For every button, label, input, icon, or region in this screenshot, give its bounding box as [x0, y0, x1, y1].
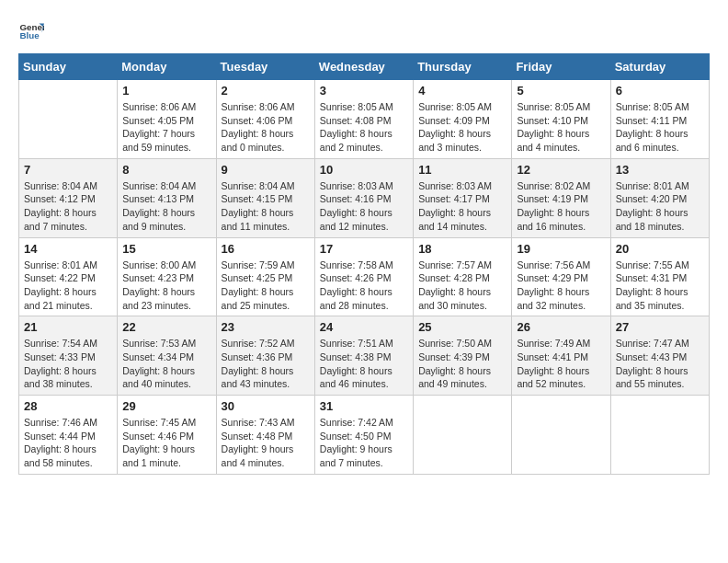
calendar-cell: 15Sunrise: 8:00 AM Sunset: 4:23 PM Dayli…	[118, 237, 216, 316]
calendar-week-row: 28Sunrise: 7:46 AM Sunset: 4:44 PM Dayli…	[19, 396, 710, 475]
day-info: Sunrise: 7:46 AM Sunset: 4:44 PM Dayligh…	[24, 416, 112, 470]
day-number: 12	[517, 163, 605, 177]
calendar-cell: 8Sunrise: 8:04 AM Sunset: 4:13 PM Daylig…	[118, 158, 216, 237]
day-info: Sunrise: 8:02 AM Sunset: 4:19 PM Dayligh…	[517, 179, 605, 234]
calendar-cell: 29Sunrise: 7:45 AM Sunset: 4:46 PM Dayli…	[118, 396, 216, 475]
day-of-week-header: Tuesday	[216, 54, 314, 80]
calendar-cell: 23Sunrise: 7:52 AM Sunset: 4:36 PM Dayli…	[216, 316, 314, 396]
day-info: Sunrise: 8:00 AM Sunset: 4:23 PM Dayligh…	[122, 259, 210, 313]
calendar-cell: 28Sunrise: 7:46 AM Sunset: 4:44 PM Dayli…	[19, 396, 118, 475]
day-number: 1	[122, 84, 210, 98]
day-info: Sunrise: 7:59 AM Sunset: 4:25 PM Dayligh…	[222, 259, 310, 313]
day-info: Sunrise: 8:05 AM Sunset: 4:10 PM Dayligh…	[517, 100, 605, 155]
day-info: Sunrise: 8:05 AM Sunset: 4:11 PM Dayligh…	[616, 100, 704, 155]
svg-text:Blue: Blue	[19, 30, 40, 40]
day-info: Sunrise: 7:50 AM Sunset: 4:39 PM Dayligh…	[418, 337, 506, 391]
day-of-week-header: Sunday	[19, 54, 118, 80]
day-info: Sunrise: 8:05 AM Sunset: 4:09 PM Dayligh…	[418, 100, 506, 155]
day-info: Sunrise: 7:47 AM Sunset: 4:43 PM Dayligh…	[616, 337, 704, 391]
day-number: 18	[418, 242, 506, 256]
day-number: 24	[320, 320, 408, 334]
calendar-cell: 14Sunrise: 8:01 AM Sunset: 4:22 PM Dayli…	[19, 237, 118, 316]
day-info: Sunrise: 7:51 AM Sunset: 4:38 PM Dayligh…	[320, 337, 408, 391]
day-number: 10	[320, 163, 408, 177]
day-of-week-header: Wednesday	[314, 54, 413, 80]
calendar-cell: 3Sunrise: 8:05 AM Sunset: 4:08 PM Daylig…	[314, 80, 413, 159]
day-info: Sunrise: 8:04 AM Sunset: 4:15 PM Dayligh…	[222, 179, 310, 234]
calendar-cell: 24Sunrise: 7:51 AM Sunset: 4:38 PM Dayli…	[314, 316, 413, 396]
calendar-header-row: SundayMondayTuesdayWednesdayThursdayFrid…	[19, 54, 710, 80]
day-number: 20	[616, 242, 704, 256]
day-info: Sunrise: 7:45 AM Sunset: 4:46 PM Dayligh…	[122, 416, 210, 470]
calendar-cell: 7Sunrise: 8:04 AM Sunset: 4:12 PM Daylig…	[19, 158, 118, 237]
day-of-week-header: Thursday	[414, 54, 512, 80]
day-info: Sunrise: 8:06 AM Sunset: 4:06 PM Dayligh…	[222, 100, 310, 155]
day-number: 6	[616, 84, 704, 98]
calendar-cell	[414, 396, 512, 475]
day-info: Sunrise: 7:58 AM Sunset: 4:26 PM Dayligh…	[320, 259, 408, 313]
day-info: Sunrise: 7:49 AM Sunset: 4:41 PM Dayligh…	[517, 337, 605, 391]
day-number: 26	[517, 320, 605, 334]
logo-icon: General Blue	[18, 18, 44, 44]
day-number: 3	[320, 84, 408, 98]
calendar-cell	[19, 80, 118, 159]
day-info: Sunrise: 7:57 AM Sunset: 4:28 PM Dayligh…	[418, 259, 506, 313]
calendar-week-row: 1Sunrise: 8:06 AM Sunset: 4:05 PM Daylig…	[19, 80, 710, 159]
calendar-cell: 18Sunrise: 7:57 AM Sunset: 4:28 PM Dayli…	[414, 237, 512, 316]
day-info: Sunrise: 7:55 AM Sunset: 4:31 PM Dayligh…	[616, 259, 704, 313]
calendar-cell: 13Sunrise: 8:01 AM Sunset: 4:20 PM Dayli…	[610, 158, 709, 237]
calendar-cell: 21Sunrise: 7:54 AM Sunset: 4:33 PM Dayli…	[19, 316, 118, 396]
day-number: 8	[122, 163, 210, 177]
day-number: 27	[616, 320, 704, 334]
day-number: 29	[122, 399, 210, 413]
page-header: General Blue	[18, 18, 710, 44]
calendar-cell: 22Sunrise: 7:53 AM Sunset: 4:34 PM Dayli…	[118, 316, 216, 396]
calendar-cell	[512, 396, 610, 475]
day-number: 7	[24, 163, 112, 177]
calendar-cell	[610, 396, 709, 475]
calendar-cell: 16Sunrise: 7:59 AM Sunset: 4:25 PM Dayli…	[216, 237, 314, 316]
calendar-cell: 5Sunrise: 8:05 AM Sunset: 4:10 PM Daylig…	[512, 80, 610, 159]
day-info: Sunrise: 8:03 AM Sunset: 4:17 PM Dayligh…	[418, 179, 506, 234]
day-info: Sunrise: 8:01 AM Sunset: 4:22 PM Dayligh…	[24, 259, 112, 313]
day-number: 14	[24, 242, 112, 256]
day-info: Sunrise: 8:01 AM Sunset: 4:20 PM Dayligh…	[616, 179, 704, 234]
calendar-cell: 31Sunrise: 7:42 AM Sunset: 4:50 PM Dayli…	[314, 396, 413, 475]
logo: General Blue	[18, 18, 44, 44]
calendar-cell: 2Sunrise: 8:06 AM Sunset: 4:06 PM Daylig…	[216, 80, 314, 159]
day-number: 23	[222, 320, 310, 334]
calendar-cell: 4Sunrise: 8:05 AM Sunset: 4:09 PM Daylig…	[414, 80, 512, 159]
day-of-week-header: Monday	[118, 54, 216, 80]
calendar-cell: 11Sunrise: 8:03 AM Sunset: 4:17 PM Dayli…	[414, 158, 512, 237]
day-of-week-header: Friday	[512, 54, 610, 80]
day-info: Sunrise: 7:52 AM Sunset: 4:36 PM Dayligh…	[222, 337, 310, 391]
day-info: Sunrise: 8:03 AM Sunset: 4:16 PM Dayligh…	[320, 179, 408, 234]
day-number: 16	[222, 242, 310, 256]
calendar-table: SundayMondayTuesdayWednesdayThursdayFrid…	[18, 53, 710, 475]
day-number: 4	[418, 84, 506, 98]
calendar-cell: 9Sunrise: 8:04 AM Sunset: 4:15 PM Daylig…	[216, 158, 314, 237]
day-info: Sunrise: 8:05 AM Sunset: 4:08 PM Dayligh…	[320, 100, 408, 155]
calendar-cell: 20Sunrise: 7:55 AM Sunset: 4:31 PM Dayli…	[610, 237, 709, 316]
calendar-cell: 19Sunrise: 7:56 AM Sunset: 4:29 PM Dayli…	[512, 237, 610, 316]
calendar-cell: 27Sunrise: 7:47 AM Sunset: 4:43 PM Dayli…	[610, 316, 709, 396]
day-number: 31	[320, 399, 408, 413]
calendar-cell: 10Sunrise: 8:03 AM Sunset: 4:16 PM Dayli…	[314, 158, 413, 237]
day-number: 30	[222, 399, 310, 413]
calendar-cell: 6Sunrise: 8:05 AM Sunset: 4:11 PM Daylig…	[610, 80, 709, 159]
day-info: Sunrise: 8:04 AM Sunset: 4:13 PM Dayligh…	[122, 179, 210, 234]
day-info: Sunrise: 8:04 AM Sunset: 4:12 PM Dayligh…	[24, 179, 112, 234]
calendar-cell: 30Sunrise: 7:43 AM Sunset: 4:48 PM Dayli…	[216, 396, 314, 475]
calendar-week-row: 21Sunrise: 7:54 AM Sunset: 4:33 PM Dayli…	[19, 316, 710, 396]
day-number: 22	[122, 320, 210, 334]
day-number: 19	[517, 242, 605, 256]
day-number: 28	[24, 399, 112, 413]
day-of-week-header: Saturday	[610, 54, 709, 80]
day-number: 11	[418, 163, 506, 177]
calendar-cell: 1Sunrise: 8:06 AM Sunset: 4:05 PM Daylig…	[118, 80, 216, 159]
day-number: 9	[222, 163, 310, 177]
day-info: Sunrise: 7:53 AM Sunset: 4:34 PM Dayligh…	[122, 337, 210, 391]
calendar-week-row: 7Sunrise: 8:04 AM Sunset: 4:12 PM Daylig…	[19, 158, 710, 237]
day-info: Sunrise: 7:43 AM Sunset: 4:48 PM Dayligh…	[222, 416, 310, 470]
day-info: Sunrise: 7:42 AM Sunset: 4:50 PM Dayligh…	[320, 416, 408, 470]
